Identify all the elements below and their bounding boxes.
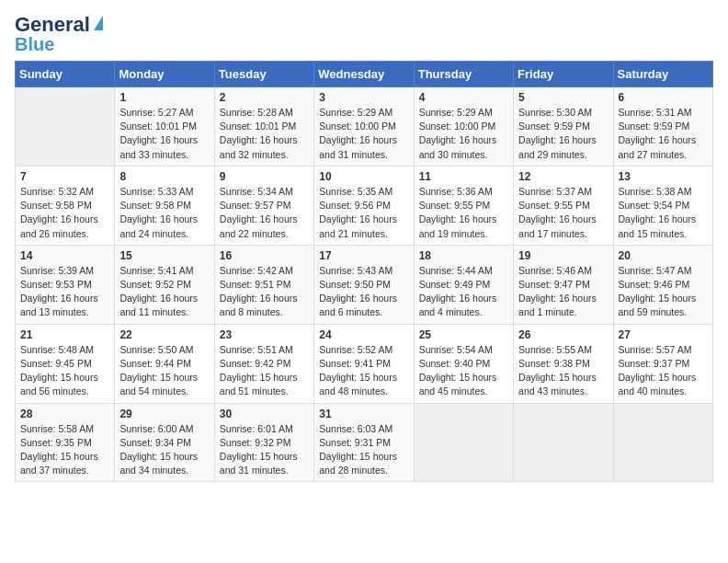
day-info: Sunrise: 5:39 AMSunset: 9:53 PMDaylight:… (20, 264, 109, 320)
day-number: 9 (220, 170, 309, 183)
day-number: 2 (220, 91, 309, 104)
day-number: 15 (119, 249, 209, 262)
day-number: 13 (619, 170, 708, 183)
logo-text-general: General (15, 15, 90, 35)
day-number: 25 (419, 328, 508, 341)
calendar-table: SundayMondayTuesdayWednesdayThursdayFrid… (15, 61, 713, 482)
calendar-cell: 20Sunrise: 5:47 AMSunset: 9:46 PMDayligh… (613, 245, 712, 324)
day-info: Sunrise: 5:48 AMSunset: 9:45 PMDaylight:… (20, 343, 109, 399)
day-info: Sunrise: 5:42 AMSunset: 9:51 PMDaylight:… (220, 264, 309, 320)
day-info: Sunrise: 5:58 AMSunset: 9:35 PMDaylight:… (20, 422, 109, 478)
day-number: 24 (319, 328, 408, 341)
calendar-cell: 4Sunrise: 5:29 AMSunset: 10:00 PMDayligh… (414, 87, 513, 167)
day-info: Sunrise: 5:27 AMSunset: 10:01 PMDaylight… (119, 106, 209, 162)
day-info: Sunrise: 5:50 AMSunset: 9:44 PMDaylight:… (119, 343, 209, 399)
day-info: Sunrise: 5:46 AMSunset: 9:47 PMDaylight:… (518, 264, 608, 320)
calendar-cell: 24Sunrise: 5:52 AMSunset: 9:41 PMDayligh… (314, 324, 414, 403)
day-number: 3 (319, 91, 408, 104)
day-info: Sunrise: 5:38 AMSunset: 9:54 PMDaylight:… (619, 185, 708, 241)
calendar-cell: 13Sunrise: 5:38 AMSunset: 9:54 PMDayligh… (613, 166, 712, 245)
day-info: Sunrise: 5:29 AMSunset: 10:00 PMDaylight… (419, 106, 508, 162)
calendar-cell (16, 87, 115, 167)
day-info: Sunrise: 5:54 AMSunset: 9:40 PMDaylight:… (419, 343, 508, 399)
calendar-header-row: SundayMondayTuesdayWednesdayThursdayFrid… (16, 62, 713, 87)
day-number: 26 (518, 328, 608, 341)
day-info: Sunrise: 5:30 AMSunset: 9:59 PMDaylight:… (518, 106, 608, 162)
day-info: Sunrise: 5:41 AMSunset: 9:52 PMDaylight:… (119, 264, 209, 320)
calendar-cell: 27Sunrise: 5:57 AMSunset: 9:37 PMDayligh… (613, 324, 712, 403)
day-number: 22 (119, 328, 209, 341)
day-number: 4 (419, 91, 508, 104)
calendar-cell: 14Sunrise: 5:39 AMSunset: 9:53 PMDayligh… (16, 245, 115, 324)
day-number: 20 (619, 249, 708, 262)
day-number: 28 (20, 408, 109, 420)
week-row-3: 14Sunrise: 5:39 AMSunset: 9:53 PMDayligh… (16, 245, 713, 324)
calendar-cell: 21Sunrise: 5:48 AMSunset: 9:45 PMDayligh… (16, 324, 115, 403)
day-number: 12 (518, 170, 608, 183)
column-header-thursday: Thursday (414, 62, 513, 87)
calendar-cell (514, 403, 613, 482)
day-info: Sunrise: 5:31 AMSunset: 9:59 PMDaylight:… (619, 106, 708, 162)
day-number: 29 (119, 408, 209, 420)
day-number: 16 (220, 249, 309, 262)
day-number: 31 (319, 408, 408, 420)
column-header-monday: Monday (115, 62, 214, 87)
day-info: Sunrise: 5:28 AMSunset: 10:01 PMDaylight… (220, 106, 309, 162)
calendar-cell: 12Sunrise: 5:37 AMSunset: 9:55 PMDayligh… (514, 166, 613, 245)
calendar-cell: 9Sunrise: 5:34 AMSunset: 9:57 PMDaylight… (214, 166, 313, 245)
calendar-cell: 18Sunrise: 5:44 AMSunset: 9:49 PMDayligh… (414, 245, 513, 324)
day-number: 17 (319, 249, 408, 262)
calendar-cell: 3Sunrise: 5:29 AMSunset: 10:00 PMDayligh… (314, 87, 414, 167)
calendar-cell: 22Sunrise: 5:50 AMSunset: 9:44 PMDayligh… (115, 324, 214, 403)
column-header-wednesday: Wednesday (314, 62, 414, 87)
day-info: Sunrise: 5:52 AMSunset: 9:41 PMDaylight:… (319, 343, 408, 399)
day-info: Sunrise: 5:32 AMSunset: 9:58 PMDaylight:… (20, 185, 109, 241)
day-info: Sunrise: 5:35 AMSunset: 9:56 PMDaylight:… (319, 185, 408, 241)
day-number: 14 (20, 249, 109, 262)
calendar-cell: 26Sunrise: 5:55 AMSunset: 9:38 PMDayligh… (514, 324, 613, 403)
calendar-cell: 25Sunrise: 5:54 AMSunset: 9:40 PMDayligh… (414, 324, 513, 403)
day-number: 18 (419, 249, 508, 262)
day-info: Sunrise: 5:37 AMSunset: 9:55 PMDaylight:… (518, 185, 608, 241)
calendar-cell (414, 403, 513, 482)
day-number: 11 (419, 170, 508, 183)
day-info: Sunrise: 5:34 AMSunset: 9:57 PMDaylight:… (220, 185, 309, 241)
logo: General Blue (15, 15, 103, 53)
calendar-cell: 30Sunrise: 6:01 AMSunset: 9:32 PMDayligh… (214, 403, 313, 482)
calendar-cell: 28Sunrise: 5:58 AMSunset: 9:35 PMDayligh… (16, 403, 115, 482)
day-info: Sunrise: 6:00 AMSunset: 9:34 PMDaylight:… (119, 422, 209, 478)
calendar-cell: 31Sunrise: 6:03 AMSunset: 9:31 PMDayligh… (314, 403, 414, 482)
logo-text-blue: Blue (15, 35, 54, 53)
calendar-cell: 6Sunrise: 5:31 AMSunset: 9:59 PMDaylight… (613, 87, 712, 167)
day-number: 19 (518, 249, 608, 262)
calendar-cell: 8Sunrise: 5:33 AMSunset: 9:58 PMDaylight… (115, 166, 214, 245)
day-number: 21 (20, 328, 109, 341)
column-header-saturday: Saturday (613, 62, 712, 87)
day-info: Sunrise: 6:01 AMSunset: 9:32 PMDaylight:… (220, 422, 309, 478)
calendar-cell: 16Sunrise: 5:42 AMSunset: 9:51 PMDayligh… (214, 245, 313, 324)
week-row-2: 7Sunrise: 5:32 AMSunset: 9:58 PMDaylight… (16, 166, 713, 245)
calendar-cell: 11Sunrise: 5:36 AMSunset: 9:55 PMDayligh… (414, 166, 513, 245)
day-number: 1 (119, 91, 209, 104)
day-info: Sunrise: 5:51 AMSunset: 9:42 PMDaylight:… (220, 343, 309, 399)
calendar-cell (613, 403, 712, 482)
calendar-cell: 17Sunrise: 5:43 AMSunset: 9:50 PMDayligh… (314, 245, 414, 324)
week-row-4: 21Sunrise: 5:48 AMSunset: 9:45 PMDayligh… (16, 324, 713, 403)
day-info: Sunrise: 5:33 AMSunset: 9:58 PMDaylight:… (119, 185, 209, 241)
day-info: Sunrise: 5:36 AMSunset: 9:55 PMDaylight:… (419, 185, 508, 241)
day-info: Sunrise: 5:57 AMSunset: 9:37 PMDaylight:… (619, 343, 708, 399)
day-number: 6 (619, 91, 708, 104)
calendar-cell: 2Sunrise: 5:28 AMSunset: 10:01 PMDayligh… (214, 87, 313, 167)
calendar-cell: 15Sunrise: 5:41 AMSunset: 9:52 PMDayligh… (115, 245, 214, 324)
day-number: 30 (220, 408, 309, 420)
calendar-cell: 19Sunrise: 5:46 AMSunset: 9:47 PMDayligh… (514, 245, 613, 324)
day-number: 7 (20, 170, 109, 183)
column-header-sunday: Sunday (16, 62, 115, 87)
calendar-cell: 10Sunrise: 5:35 AMSunset: 9:56 PMDayligh… (314, 166, 414, 245)
week-row-5: 28Sunrise: 5:58 AMSunset: 9:35 PMDayligh… (16, 403, 713, 482)
day-info: Sunrise: 5:29 AMSunset: 10:00 PMDaylight… (319, 106, 408, 162)
week-row-1: 1Sunrise: 5:27 AMSunset: 10:01 PMDayligh… (16, 87, 713, 167)
logo-triangle-icon (94, 16, 103, 30)
day-info: Sunrise: 5:43 AMSunset: 9:50 PMDaylight:… (319, 264, 408, 320)
column-header-tuesday: Tuesday (214, 62, 313, 87)
